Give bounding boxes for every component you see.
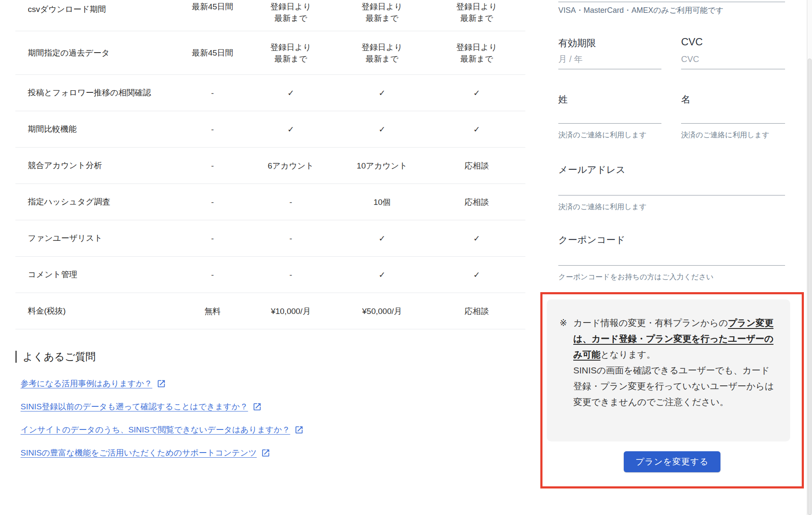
- feature-value: -: [180, 196, 246, 208]
- external-link-icon: [157, 379, 166, 388]
- faq-link-label: 参考になる活用事例はありますか？: [21, 378, 152, 389]
- notice-marker: ※: [560, 315, 567, 331]
- notice-text-normal: となります。: [601, 349, 655, 359]
- feature-value: 10個: [336, 196, 428, 208]
- feature-label: 料金(税抜): [15, 305, 180, 317]
- feature-value: ✓: [428, 233, 525, 244]
- feature-value: ✓: [428, 269, 525, 281]
- faq-title-text: よくあるご質問: [23, 350, 96, 364]
- last-name-input[interactable]: [558, 104, 661, 124]
- plan-change-notice: ※ カード情報の変更・有料プランからのプラン変更は、カード登録・プラン変更を行っ…: [547, 299, 790, 441]
- feature-label: 期間比較機能: [15, 124, 180, 135]
- feature-value: 応相談: [428, 305, 525, 317]
- feature-value: 登録日より 最新まで: [428, 0, 525, 24]
- feature-value: -: [180, 124, 246, 135]
- page: csvダウンロード期間 最新45日間 登録日より 最新まで 登録日より 最新まで…: [0, 0, 812, 515]
- faq-section: よくあるご質問 参考になる活用事例はありますか？ SINIS登録以前のデータも遡…: [15, 350, 443, 471]
- feature-value: ¥10,000/月: [246, 305, 336, 317]
- feature-value: ¥50,000/月: [336, 305, 428, 317]
- faq-link-unavailable-data[interactable]: インサイトのデータのうち、SINISで閲覧できないデータはありますか？: [21, 424, 443, 435]
- faq-title: よくあるご質問: [15, 350, 443, 364]
- page-scrollbar: [807, 0, 812, 515]
- feature-value: 6アカウント: [246, 160, 336, 172]
- feature-value: 登録日より 最新まで: [336, 0, 428, 24]
- feature-value: 最新45日間: [180, 47, 246, 59]
- card-number-underline: [558, 2, 785, 2]
- feature-label: ファンユーザリスト: [15, 233, 180, 244]
- feature-value: 最新45日間: [180, 0, 246, 12]
- faq-link-use-cases[interactable]: 参考になる活用事例はありますか？: [21, 378, 443, 389]
- feature-label: コメント管理: [15, 269, 180, 280]
- feature-value: -: [180, 269, 246, 281]
- external-link-icon: [294, 425, 304, 435]
- feature-value: -: [246, 233, 336, 244]
- change-plan-button[interactable]: プランを変更する: [624, 451, 720, 472]
- last-name-helper: 決済のご連絡に利用します: [558, 130, 646, 140]
- cvc-label: CVC: [681, 36, 703, 48]
- feature-value: ✓: [336, 233, 428, 244]
- feature-value: -: [180, 160, 246, 172]
- feature-label: 投稿とフォロワー推移の相関確認: [15, 87, 180, 98]
- faq-link-label: SINIS登録以前のデータも遡って確認することはできますか？: [21, 401, 248, 412]
- expiry-input[interactable]: [558, 50, 661, 69]
- feature-value: 10アカウント: [336, 160, 428, 172]
- first-name-input[interactable]: [681, 104, 785, 124]
- feature-label: 指定ハッシュタグ調査: [15, 196, 180, 207]
- table-row: 期間比較機能 - ✓ ✓ ✓: [15, 111, 525, 148]
- email-label: メールアドレス: [558, 163, 625, 176]
- feature-value: ✓: [336, 124, 428, 135]
- coupon-helper: クーポンコードをお持ちの方はご入力ください: [558, 272, 714, 282]
- table-row: コメント管理 - - ✓ ✓: [15, 257, 525, 293]
- expiry-label: 有効期限: [558, 37, 596, 50]
- external-link-icon: [252, 402, 262, 411]
- table-row: 投稿とフォロワー推移の相関確認 - ✓ ✓ ✓: [15, 75, 525, 111]
- table-row: 競合アカウント分析 - 6アカウント 10アカウント 応相談: [15, 148, 525, 184]
- coupon-label: クーポンコード: [558, 234, 625, 246]
- feature-value: ✓: [428, 87, 525, 99]
- title-bar-decoration: [15, 351, 17, 363]
- faq-link-label: インサイトのデータのうち、SINISで閲覧できないデータはありますか？: [21, 424, 290, 435]
- payment-form-panel: VISA・MasterCard・AMEXのみご利用可能です 有効期限 CVC 姓…: [558, 0, 785, 515]
- coupon-input[interactable]: [558, 246, 785, 266]
- table-row: csvダウンロード期間 最新45日間 登録日より 最新まで 登録日より 最新まで…: [15, 0, 525, 31]
- feature-label: 期間指定の過去データ: [15, 47, 180, 59]
- faq-links: 参考になる活用事例はありますか？ SINIS登録以前のデータも遡って確認すること…: [21, 378, 443, 459]
- feature-value: 応相談: [428, 160, 525, 172]
- feature-value: ✓: [428, 124, 525, 135]
- feature-value: 登録日より 最新まで: [246, 0, 336, 24]
- table-row: 料金(税抜) 無料 ¥10,000/月 ¥50,000/月 応相談: [15, 293, 525, 329]
- feature-value: ✓: [246, 87, 336, 99]
- external-link-icon: [261, 448, 270, 458]
- feature-value: -: [180, 233, 246, 244]
- feature-value: -: [246, 269, 336, 281]
- table-row: 指定ハッシュタグ調査 - - 10個 応相談: [15, 184, 525, 220]
- feature-label: csvダウンロード期間: [15, 0, 180, 15]
- feature-value: 応相談: [428, 196, 525, 208]
- feature-value: ✓: [336, 269, 428, 281]
- card-brands-note: VISA・MasterCard・AMEXのみご利用可能です: [558, 5, 723, 15]
- feature-value: 登録日より 最新まで: [428, 41, 525, 65]
- feature-value: -: [246, 196, 336, 208]
- feature-value: -: [180, 87, 246, 99]
- faq-link-support-content[interactable]: SINISの豊富な機能をご活用いただくためのサポートコンテンツ: [21, 447, 443, 459]
- table-row: ファンユーザリスト - - ✓ ✓: [15, 220, 525, 257]
- feature-value: ✓: [246, 124, 336, 135]
- feature-value: 登録日より 最新まで: [336, 41, 428, 65]
- email-input[interactable]: [558, 176, 785, 195]
- feature-value: 登録日より 最新まで: [246, 41, 336, 65]
- notice-text: ※ カード情報の変更・有料プランからのプラン変更は、カード登録・プラン変更を行っ…: [560, 315, 776, 410]
- first-name-helper: 決済のご連絡に利用します: [681, 130, 769, 140]
- table-row: 期間指定の過去データ 最新45日間 登録日より 最新まで 登録日より 最新まで …: [15, 31, 525, 75]
- plan-comparison-table: csvダウンロード期間 最新45日間 登録日より 最新まで 登録日より 最新まで…: [15, 0, 525, 329]
- cvc-input[interactable]: [681, 50, 785, 69]
- feature-value: 無料: [180, 305, 246, 317]
- scrollbar-thumb[interactable]: [808, 59, 812, 515]
- notice-text-normal: SINISの画面を確認できるユーザーでも、カード登録・プラン変更を行っていないユ…: [560, 362, 776, 410]
- notice-text-normal: カード情報の変更・有料プランからの: [573, 318, 728, 328]
- feature-value: ✓: [336, 87, 428, 99]
- email-helper: 決済のご連絡に利用します: [558, 202, 646, 212]
- faq-link-historical-data[interactable]: SINIS登録以前のデータも遡って確認することはできますか？: [21, 401, 443, 412]
- faq-link-label: SINISの豊富な機能をご活用いただくためのサポートコンテンツ: [21, 447, 257, 459]
- feature-label: 競合アカウント分析: [15, 160, 180, 171]
